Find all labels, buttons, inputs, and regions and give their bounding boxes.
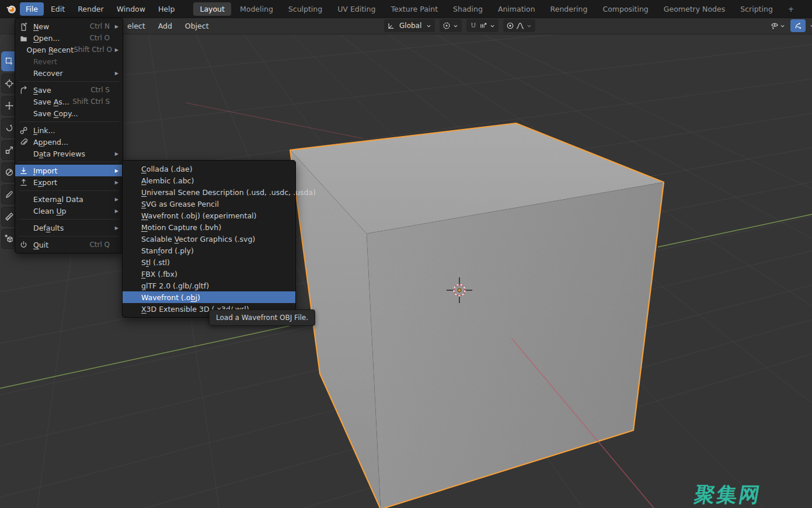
menu-separator	[15, 159, 123, 165]
file-menu-item-open[interactable]: Open...Ctrl O	[15, 32, 123, 44]
menu-item-label: Export	[33, 178, 57, 187]
file-menu-item-revert[interactable]: Revert	[15, 55, 123, 67]
tab-shading[interactable]: Shading	[447, 2, 489, 16]
file-menu-item-link[interactable]: Link...	[15, 124, 123, 136]
blender-logo-icon[interactable]	[5, 3, 18, 15]
file-menu-item-export[interactable]: Export▶	[15, 176, 123, 188]
file-menu-item-defaults[interactable]: Defaults▶	[15, 222, 123, 234]
link-icon	[19, 126, 33, 135]
tab-compositing[interactable]: Compositing	[596, 2, 654, 16]
tab-scripting[interactable]: Scripting	[734, 2, 779, 16]
import-item-motion-capture-bvh[interactable]: Motion Capture (.bvh)	[123, 221, 295, 233]
import-item-wavefront-obj-experimental[interactable]: Wavefront (.obj) (experimental)	[123, 210, 295, 221]
proportional-circle-icon[interactable]	[506, 22, 514, 30]
import-item-alembic-abc[interactable]: Alembic (.abc)	[123, 175, 295, 186]
cursor-icon	[5, 79, 14, 88]
watermark: 聚集网	[692, 481, 764, 508]
menu-item-shortcut: Ctrl N	[90, 22, 110, 30]
import-item-gltf-2-0-glb-gltf[interactable]: glTF 2.0 (.glb/.gltf)	[123, 280, 295, 291]
import-item-collada-dae[interactable]: Collada (.dae)	[123, 163, 295, 175]
vh-menu-elect[interactable]: elect	[122, 20, 151, 32]
import-item-scalable-vector-graphics-svg[interactable]: Scalable Vector Graphics (.svg)	[123, 233, 295, 245]
file-menu-item-quit[interactable]: QuitCtrl Q	[15, 239, 123, 250]
menu-item-label: Save Copy...	[33, 109, 78, 118]
transform-icon	[5, 168, 14, 177]
file-menu-item-save-copy[interactable]: Save Copy...	[15, 107, 123, 119]
menu-item-label: Defaults	[33, 224, 64, 232]
vh-menu-object[interactable]: Object	[180, 20, 214, 32]
vh-menu-add[interactable]: Add	[153, 20, 177, 32]
tab-texture-paint[interactable]: Texture Paint	[384, 2, 444, 16]
tab-plus[interactable]: +	[782, 2, 800, 16]
submenu-arrow-icon: ▶	[113, 24, 119, 29]
chevron-down-icon	[779, 23, 786, 29]
gizmos-button[interactable]	[790, 19, 806, 32]
falloff-curve-icon[interactable]	[516, 22, 524, 30]
proportional-editing-controls[interactable]	[503, 19, 535, 32]
import-item-universal-scene-description-usd-usdc-usda[interactable]: Universal Scene Description (.usd, .usdc…	[123, 186, 295, 198]
file-menu: NewCtrl N▶Open...Ctrl OOpen RecentShift …	[15, 18, 123, 253]
tab-uv-editing[interactable]: UV Editing	[331, 2, 382, 16]
tab-layout[interactable]: Layout	[193, 2, 231, 16]
submenu-arrow-icon: ▶	[113, 208, 119, 214]
tab-sculpting[interactable]: Sculpting	[282, 2, 329, 16]
menu-item-shortcut: Ctrl Q	[89, 241, 110, 249]
menu-item-label: Open Recent	[27, 46, 74, 54]
menu-item-label: Save As...	[33, 98, 69, 106]
menu-item-label: Quit	[33, 241, 48, 249]
tab-geometry-nodes[interactable]: Geometry Nodes	[657, 2, 731, 16]
file-menu-item-save-as[interactable]: Save As...Shift Ctrl S	[15, 96, 123, 107]
menu-item-label: SVG as Grease Pencil	[141, 200, 219, 208]
file-menu-item-data-previews[interactable]: Data Previews▶	[15, 148, 123, 159]
import-item-stanford-ply[interactable]: Stanford (.ply)	[123, 245, 295, 256]
import-item-stl-stl[interactable]: Stl (.stl)	[123, 256, 295, 268]
object-visibility-button[interactable]	[769, 22, 787, 30]
file-menu-item-clean-up[interactable]: Clean Up▶	[15, 205, 123, 217]
menu-separator	[15, 79, 123, 84]
file-menu-item-open-recent[interactable]: Open RecentShift Ctrl O▶	[15, 44, 123, 55]
submenu-arrow-icon: ▶	[113, 225, 119, 231]
import-item-svg-as-grease-pencil[interactable]: SVG as Grease Pencil	[123, 198, 295, 210]
menu-item-shortcut: Shift Ctrl O	[74, 46, 112, 54]
menu-render[interactable]: Render	[72, 2, 110, 16]
transform-orientation-dropdown[interactable]: Global	[384, 19, 435, 32]
viewport-header-right	[769, 19, 812, 32]
tab-rendering[interactable]: Rendering	[544, 2, 594, 16]
import-item-fbx-fbx[interactable]: FBX (.fbx)	[123, 268, 295, 280]
rotate-icon	[5, 123, 14, 133]
default-cube[interactable]	[290, 123, 664, 508]
import-item-wavefront-obj[interactable]: Wavefront (.obj)	[123, 291, 295, 303]
menu-help[interactable]: Help	[152, 2, 181, 16]
menu-file[interactable]: File	[20, 2, 44, 16]
menu-edit[interactable]: Edit	[45, 2, 71, 16]
tab-animation[interactable]: Animation	[492, 2, 542, 16]
file-menu-item-new[interactable]: NewCtrl N▶	[15, 20, 123, 32]
menu-window[interactable]: Window	[111, 2, 151, 16]
file-menu-item-recover[interactable]: Recover▶	[15, 67, 123, 79]
pivot-point-dropdown[interactable]	[440, 19, 462, 32]
submenu-arrow-icon: ▶	[113, 168, 119, 173]
chevron-down-icon	[426, 23, 432, 29]
file-menu-item-external-data[interactable]: External Data▶	[15, 193, 123, 205]
topbar-menus: FileEditRenderWindowHelp	[20, 2, 180, 16]
file-menu-item-append[interactable]: Append...	[15, 136, 123, 148]
menu-item-shortcut: Shift Ctrl S	[72, 98, 110, 106]
submenu-arrow-icon: ▶	[113, 180, 119, 185]
blender-window: 聚集网 FileEditRenderWindowHelp LayoutModel…	[0, 0, 812, 508]
menu-item-label: FBX (.fbx)	[141, 270, 177, 279]
chevron-down-icon	[809, 23, 812, 29]
add-cube-icon	[5, 234, 14, 243]
snap-increment-icon[interactable]	[479, 22, 487, 30]
snap-controls[interactable]	[466, 19, 499, 32]
menu-item-label: Data Previews	[33, 149, 85, 158]
menu-separator	[15, 234, 123, 239]
magnet-icon[interactable]	[469, 22, 478, 30]
chevron-down-icon	[489, 23, 496, 29]
menu-item-label: Recover	[33, 69, 63, 78]
menu-item-label: glTF 2.0 (.glb/.gltf)	[141, 281, 209, 290]
submenu-arrow-icon: ▶	[113, 197, 119, 202]
file-menu-item-import[interactable]: Import▶	[15, 165, 123, 176]
file-menu-item-save[interactable]: SaveCtrl S	[15, 84, 123, 96]
tab-modeling[interactable]: Modeling	[234, 2, 280, 16]
orientation-label: Global	[397, 22, 424, 30]
